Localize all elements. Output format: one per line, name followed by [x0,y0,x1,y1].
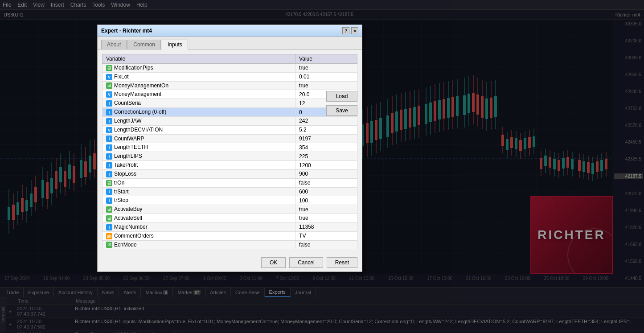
table-row[interactable]: ☑ActivateSell true [103,214,357,223]
var-cell: IStopLoss [103,169,295,178]
var-icon-num: V [106,127,112,133]
var-icon-num: I [106,153,112,160]
load-button[interactable]: Load [326,91,357,102]
var-icon-num: I [106,109,112,115]
var-icon-bool: ☑ [106,242,112,248]
table-row[interactable]: ICountWARP 9197 [103,134,357,143]
table-row[interactable]: ILengthJAW 242 [103,116,357,125]
var-cell: ILengthLIPS [103,152,295,161]
dtab-about[interactable]: About [101,40,127,49]
val-cell[interactable]: true [295,64,357,73]
var-icon-bool: ☑ [106,65,112,71]
var-icon-num: I [106,118,112,124]
table-row[interactable]: ILengthTEETH 354 [103,143,357,152]
dialog-tabs: About Common Inputs [98,37,362,49]
col-variable: Variable [103,54,295,64]
var-icon-num: I [106,162,112,169]
var-cell: VFixLot [103,72,295,81]
val-cell[interactable]: 900 [295,169,357,178]
var-icon-num: I [106,189,112,195]
table-row[interactable]: ☑ModificationPips true [103,64,357,73]
table-row[interactable]: VLengthDECVIATION 5.2 [103,125,357,134]
val-cell[interactable]: 9197 [295,134,357,143]
val-cell[interactable]: 11358 [295,222,357,231]
save-button[interactable]: Save [326,105,357,116]
table-row[interactable]: VFixLot 0.01 [103,72,357,81]
dtab-inputs[interactable]: Inputs [162,40,188,49]
dialog-controls: ? ✕ [342,27,358,34]
reset-button[interactable]: Reset [327,257,357,268]
var-icon-str: ab [106,233,112,239]
dialog-body: Variable Value ☑ModificationPips true VF… [98,49,362,254]
var-cell: ILengthJAW [103,116,295,125]
table-row[interactable]: IStopLoss 900 [103,169,357,178]
table-row[interactable]: abCommentOrders TV [103,231,357,240]
val-cell[interactable]: 5.2 [295,125,357,134]
var-cell: ☑trOn [103,178,295,187]
dialog-close-button[interactable]: ✕ [351,27,358,34]
var-icon-num: I [106,197,112,204]
var-icon-num: I [106,171,112,177]
val-cell[interactable]: false [295,178,357,187]
val-cell[interactable]: TV [295,231,357,240]
col-value: Value [295,54,357,64]
expert-dialog: Expert - Richter mt4 ? ✕ About Common In… [97,25,362,272]
var-cell: ILengthTEETH [103,143,295,152]
var-cell: IMagicNumber [103,222,295,231]
var-cell: ☑ActivateBuy [103,205,295,214]
table-row[interactable]: ☑ActivateBuy true [103,205,357,214]
val-cell[interactable]: 600 [295,187,357,196]
var-cell: ICountSeria [103,99,295,108]
var-icon-bool: ☑ [106,180,112,186]
val-cell[interactable]: 1200 [295,161,357,170]
dialog-actions: OK Cancel Reset [98,254,362,271]
var-cell: VLengthDECVIATION [103,125,295,134]
val-cell[interactable]: 354 [295,143,357,152]
var-cell: ItrStart [103,187,295,196]
val-cell[interactable]: true [295,214,357,223]
table-row[interactable]: ILengthLIPS 225 [103,152,357,161]
cancel-button[interactable]: Cancel [289,257,323,268]
dialog-title: Expert - Richter mt4 [101,28,152,34]
table-row[interactable]: ☑MoneyManagementOn true [103,81,357,90]
val-cell[interactable]: 100 [295,196,357,205]
var-cell: VMoneyManagement [103,90,295,99]
var-icon-bool: ☑ [106,215,112,222]
table-row[interactable]: ☑EcnMode false [103,240,357,249]
var-cell: ICountWARP [103,134,295,143]
val-cell[interactable]: 225 [295,152,357,161]
ok-button[interactable]: OK [261,257,286,268]
var-cell: ICorrectionLong (0-off) [103,108,295,117]
val-cell[interactable]: 242 [295,116,357,125]
var-cell: ☑ActivateSell [103,214,295,223]
var-cell: ☑MoneyManagementOn [103,81,295,90]
table-row[interactable]: ICorrectionLong (0-off) 0 [103,108,357,117]
val-cell[interactable]: false [295,240,357,249]
var-cell: abCommentOrders [103,231,295,240]
dialog-titlebar: Expert - Richter mt4 ? ✕ [98,25,362,37]
dialog-help-button[interactable]: ? [342,27,349,34]
var-cell: ☑ModificationPips [103,64,295,73]
var-icon-num: V [106,74,112,80]
table-row[interactable]: ITakeProfit 1200 [103,161,357,170]
var-icon-num: I [106,136,112,142]
var-icon-num: I [106,224,112,230]
var-icon-num: I [106,144,112,151]
inputs-table: Variable Value ☑ModificationPips true VF… [102,54,357,249]
val-cell[interactable]: true [295,81,357,90]
dialog-side-buttons: Load Save [326,91,357,116]
var-cell: ITakeProfit [103,161,295,170]
table-row[interactable]: IMagicNumber 11358 [103,222,357,231]
table-row[interactable]: ☑trOn false [103,178,357,187]
var-cell: ☑EcnMode [103,240,295,249]
var-icon-bool: ☑ [106,82,112,89]
table-row[interactable]: ICountSeria 12 [103,99,357,108]
table-row[interactable]: VMoneyManagement 20.0 [103,90,357,99]
var-icon-bool: ☑ [106,206,112,213]
dtab-common[interactable]: Common [127,40,161,49]
val-cell[interactable]: 0.01 [295,72,357,81]
table-row[interactable]: ItrStart 600 [103,187,357,196]
var-cell: ItrStop [103,196,295,205]
val-cell[interactable]: true [295,205,357,214]
table-row[interactable]: ItrStop 100 [103,196,357,205]
